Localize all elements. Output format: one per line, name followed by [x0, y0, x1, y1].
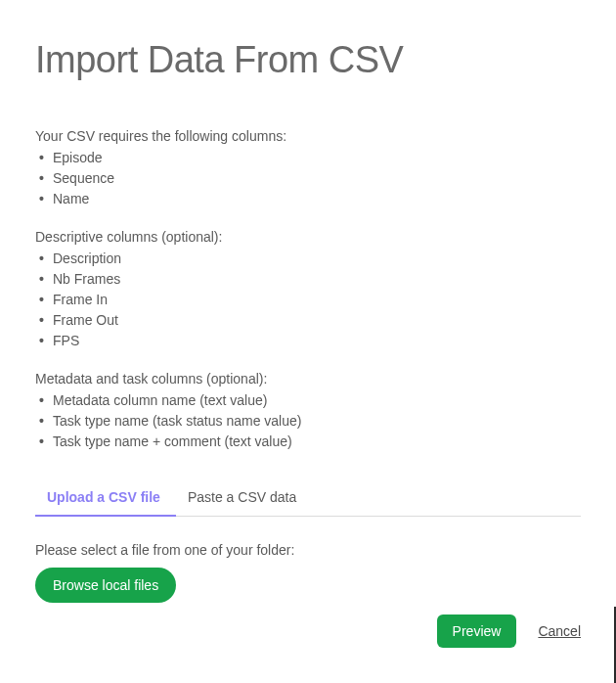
page-title: Import Data From CSV — [35, 39, 581, 81]
browse-local-files-button[interactable]: Browse local files — [35, 568, 176, 603]
footer-actions: Preview Cancel — [437, 615, 581, 648]
metadata-columns-section: Metadata and task columns (optional): Me… — [35, 371, 581, 452]
list-item: Episode — [35, 148, 581, 168]
list-item: Task type name (task status name value) — [35, 411, 581, 432]
list-item: Description — [35, 249, 581, 269]
file-select-prompt: Please select a file from one of your fo… — [35, 542, 581, 558]
tabs: Upload a CSV file Paste a CSV data — [35, 479, 581, 517]
descriptive-list: Description Nb Frames Frame In Frame Out… — [35, 249, 581, 351]
required-list: Episode Sequence Name — [35, 148, 581, 209]
metadata-list: Metadata column name (text value) Task t… — [35, 390, 581, 452]
list-item: Name — [35, 189, 581, 209]
required-columns-section: Your CSV requires the following columns:… — [35, 128, 581, 209]
list-item: Task type name + comment (text value) — [35, 432, 581, 452]
list-item: Frame Out — [35, 310, 581, 331]
list-item: Nb Frames — [35, 269, 581, 290]
required-lead: Your CSV requires the following columns: — [35, 128, 581, 144]
preview-button[interactable]: Preview — [437, 615, 517, 648]
descriptive-columns-section: Descriptive columns (optional): Descript… — [35, 229, 581, 351]
tab-paste-csv[interactable]: Paste a CSV data — [176, 479, 312, 517]
tab-upload-csv[interactable]: Upload a CSV file — [35, 479, 176, 517]
list-item: Metadata column name (text value) — [35, 390, 581, 411]
list-item: Frame In — [35, 290, 581, 310]
list-item: Sequence — [35, 168, 581, 189]
descriptive-lead: Descriptive columns (optional): — [35, 229, 581, 245]
list-item: FPS — [35, 331, 581, 351]
metadata-lead: Metadata and task columns (optional): — [35, 371, 581, 387]
cancel-link[interactable]: Cancel — [538, 623, 581, 639]
